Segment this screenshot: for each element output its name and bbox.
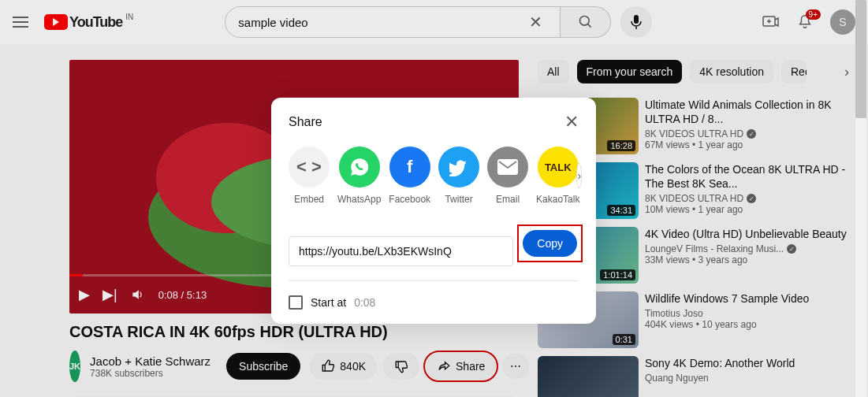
- start-at-time: 0:08: [354, 296, 375, 309]
- start-at-label: Start at: [311, 296, 346, 309]
- page-scrollbar[interactable]: [855, 0, 866, 397]
- close-icon[interactable]: ✕: [564, 112, 579, 132]
- share-email[interactable]: Email: [487, 147, 528, 205]
- share-dialog: Share ✕ < > Embed WhatsApp f Facebook Tw…: [271, 98, 596, 324]
- dialog-title: Share: [289, 115, 322, 129]
- share-targets: < > Embed WhatsApp f Facebook Twitter Em…: [289, 147, 579, 205]
- start-at-checkbox[interactable]: [289, 295, 303, 310]
- start-at-row: Start at 0:08: [289, 295, 579, 310]
- targets-next-icon[interactable]: ›: [576, 163, 582, 188]
- copy-button[interactable]: Copy: [523, 230, 577, 257]
- share-url-box: [289, 236, 513, 266]
- share-facebook[interactable]: f Facebook: [389, 147, 430, 205]
- share-embed[interactable]: < > Embed: [289, 147, 330, 205]
- share-url-input[interactable]: [299, 245, 503, 258]
- share-whatsapp[interactable]: WhatsApp: [337, 147, 381, 205]
- share-twitter[interactable]: Twitter: [438, 147, 479, 205]
- share-kakaotalk[interactable]: TALK KakaoTalk: [536, 147, 579, 205]
